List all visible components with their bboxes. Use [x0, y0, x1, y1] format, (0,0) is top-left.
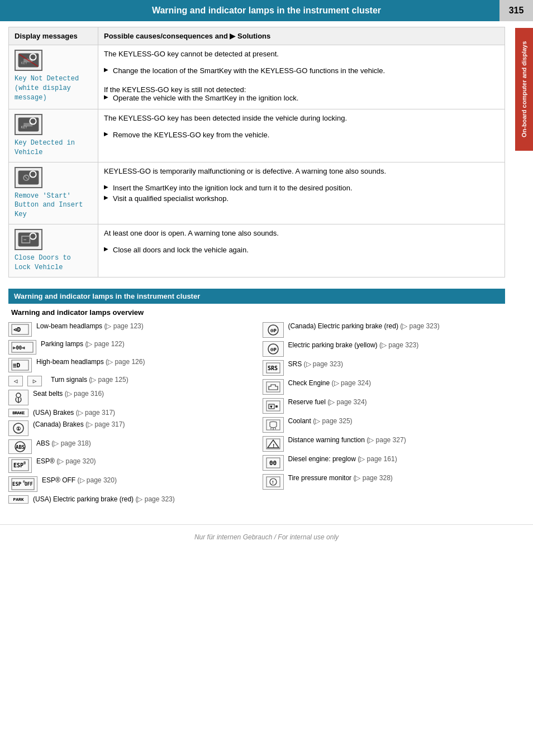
lamp-icon-epb-yellow: ⊙P	[263, 341, 284, 357]
lamp-row: ESP®OFF ESP® OFF (▷ page 320)	[8, 476, 251, 492]
lamp-row: ⊙P (Canada) Electric parking brake (red)…	[263, 322, 506, 338]
display-msg-cell: KEY Key Not Detected(white displaymessag…	[9, 45, 98, 109]
warning-section: Warning and indicator lamps in the instr…	[8, 289, 505, 508]
svg-text:▼: ▼	[270, 404, 273, 409]
lamp-row: ! Tire pressure monitor (▷ page 328)	[263, 474, 506, 490]
lamp-desc: Electric parking brake (yellow) (▷ page …	[288, 341, 506, 350]
key-detected-label: Key Detected inVehicle	[15, 138, 92, 157]
svg-text:⊙P: ⊙P	[270, 347, 277, 353]
svg-text:KEY: KEY	[21, 61, 27, 65]
display-msg-cell: KEY Key Detected inVehicle	[9, 109, 98, 162]
lamp-icon-low-beam: ⊲D	[8, 322, 32, 337]
table-row: Close Doors toLock Vehicle At least one …	[9, 224, 505, 277]
display-msg-cell: Close Doors toLock Vehicle	[9, 224, 98, 277]
remove-start-content: KEYLESS-GO is temporarily malfunctioning…	[98, 162, 505, 224]
close-doors-svg	[17, 231, 40, 248]
page-number: 315	[499, 0, 533, 21]
footer-text: Nur für internen Gebrauch / For internal…	[194, 533, 339, 541]
lamp-row: PARK (USA) Electric parking brake (red) …	[8, 495, 251, 504]
lamp-icon-parking: ⊳00⊲	[8, 340, 36, 355]
lamp-row: ⊲D Low-beam headlamps (▷ page 123)	[8, 322, 251, 337]
key-not-detected-content: The KEYLESS-GO key cannot be detected at…	[98, 45, 505, 109]
table-row: KEY Key Not Detected(white displaymessag…	[9, 45, 505, 109]
lamp-desc: Seat belts (▷ page 316)	[33, 390, 251, 399]
key-detected-svg: KEY	[17, 116, 40, 133]
lamp-desc: Parking lamps (▷ page 122)	[41, 340, 251, 349]
lamp-desc: High-beam headlamps (▷ page 126)	[36, 358, 251, 367]
lamp-desc: Reserve fuel (▷ page 324)	[288, 398, 506, 407]
remove-start-icon	[15, 167, 42, 188]
footer: Nur für internen Gebrauch / For internal…	[0, 524, 533, 549]
svg-text:!: !	[272, 443, 275, 449]
lamp-icon-distance-warning: !	[263, 436, 284, 452]
lamp-desc: (USA) Brakes (▷ page 317)	[33, 409, 251, 418]
svg-text:⊙P: ⊙P	[270, 328, 277, 334]
svg-text:⊳00⊲: ⊳00⊲	[13, 345, 25, 351]
svg-text:①: ①	[16, 426, 21, 432]
lamp-desc: (Canada) Brakes (▷ page 317)	[33, 420, 251, 429]
lamp-row: ⊳00⊲ Parking lamps (▷ page 122)	[8, 340, 251, 355]
lamp-icon-park-usa: PARK	[8, 495, 28, 504]
page-title: Warning and indicator lamps in the instr…	[152, 6, 381, 16]
lamp-icon-esp: ESP®	[8, 457, 32, 473]
lamp-row: BRAKE (USA) Brakes (▷ page 317)	[8, 409, 251, 418]
key-not-detected-icon: KEY	[15, 50, 42, 71]
lamp-desc: Distance warning function (▷ page 327)	[288, 436, 506, 445]
lamp-row: Coolant (▷ page 325)	[263, 417, 506, 433]
lamp-icon-abs: ABS	[8, 439, 32, 454]
lamp-icon-srs: SRS	[263, 360, 284, 376]
lamp-icon-diesel-preglow: 00	[263, 455, 284, 471]
table-row: Remove 'Start'Button and InsertKey KEYLE…	[9, 162, 505, 224]
lamp-row: 00 Diesel engine: preglow (▷ page 161)	[263, 455, 506, 471]
svg-text:KEY: KEY	[21, 125, 27, 130]
close-doors-content: At least one door is open. A warning ton…	[98, 224, 505, 277]
key-icon-svg: KEY	[17, 52, 40, 69]
lamp-icon-seatbelt	[8, 390, 28, 405]
lamp-desc: Diesel engine: preglow (▷ page 161)	[288, 455, 506, 464]
lamp-desc: SRS (▷ page 323)	[288, 360, 506, 369]
lamp-icon-reserve-fuel: ▼	[263, 398, 284, 414]
lamp-row: ! Distance warning function (▷ page 327)	[263, 436, 506, 452]
display-msg-cell: Remove 'Start'Button and InsertKey	[9, 162, 98, 224]
lamp-row: Seat belts (▷ page 316)	[8, 390, 251, 405]
col1-header: Display messages	[9, 27, 98, 45]
remove-start-svg	[17, 169, 40, 186]
svg-text:SRS: SRS	[268, 365, 278, 371]
display-messages-table: Display messages Possible causes/consequ…	[8, 27, 505, 277]
lamp-icon-coolant	[263, 417, 284, 433]
lamp-row: SRS SRS (▷ page 323)	[263, 360, 506, 376]
lamp-row: ⊙P Electric parking brake (yellow) (▷ pa…	[263, 341, 506, 357]
lamp-icon-tire-pressure: !	[263, 474, 284, 490]
lamp-row: ▼ Reserve fuel (▷ page 324)	[263, 398, 506, 414]
close-doors-icon	[15, 229, 42, 250]
lamp-icon-high-beam: ≡D	[8, 358, 32, 372]
close-doors-label: Close Doors toLock Vehicle	[15, 253, 92, 272]
lamp-icon-brake-usa: BRAKE	[8, 409, 28, 417]
svg-rect-45	[275, 405, 278, 408]
svg-text:ESP: ESP	[12, 481, 22, 487]
svg-point-23	[16, 393, 21, 398]
svg-text:ABS: ABS	[16, 444, 25, 450]
main-content: Display messages Possible causes/consequ…	[0, 21, 513, 513]
col2-header: Possible causes/consequences and ▶ Solut…	[98, 27, 505, 45]
lamp-desc: (Canada) Electric parking brake (red) (▷…	[288, 322, 506, 331]
svg-text:00: 00	[269, 460, 277, 467]
lamp-icon-turn-left: ◁	[8, 376, 23, 386]
svg-text:≡D: ≡D	[13, 362, 21, 369]
svg-text:ESP: ESP	[13, 462, 23, 468]
svg-text:!: !	[272, 480, 274, 485]
lamp-icon-epb-red-canada: ⊙P	[263, 322, 284, 338]
lamps-right-col: ⊙P (Canada) Electric parking brake (red)…	[263, 322, 506, 508]
svg-text:OFF: OFF	[25, 482, 33, 487]
side-tab: On-board computer and displays	[515, 28, 533, 151]
lamp-row: ABS ABS (▷ page 318)	[8, 439, 251, 454]
lamp-row: ESP® ESP® (▷ page 320)	[8, 457, 251, 473]
lamps-grid: ⊲D Low-beam headlamps (▷ page 123) ⊳00⊲ …	[8, 322, 505, 508]
lamp-desc: ESP® OFF (▷ page 320)	[42, 476, 251, 485]
lamp-row: ≡D High-beam headlamps (▷ page 126)	[8, 358, 251, 372]
page-header: Warning and indicator lamps in the instr…	[0, 0, 533, 21]
lamp-row: ① (Canada) Brakes (▷ page 317)	[8, 420, 251, 436]
lamp-row: Check Engine (▷ page 324)	[263, 379, 506, 395]
key-detected-content: The KEYLESS-GO key has been detected ins…	[98, 109, 505, 162]
lamp-icon-turn-right: ▷	[27, 376, 42, 386]
